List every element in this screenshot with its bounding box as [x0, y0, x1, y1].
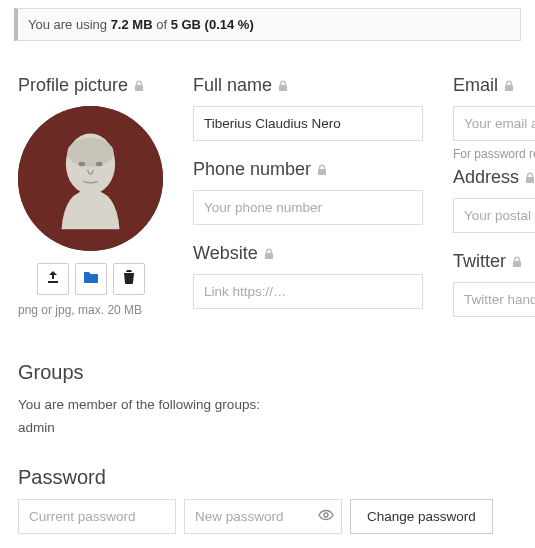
lock-icon[interactable] — [317, 164, 327, 176]
email-input[interactable] — [453, 106, 535, 141]
address-input[interactable] — [453, 198, 535, 233]
profile-picture-label: Profile picture — [18, 75, 163, 96]
full-name-input[interactable] — [193, 106, 423, 141]
avatar-hint: png or jpg, max. 20 MB — [18, 303, 163, 317]
current-password-input[interactable] — [18, 499, 176, 534]
full-name-label: Full name — [193, 75, 423, 96]
twitter-label: Twitter — [453, 251, 535, 272]
lock-icon[interactable] — [278, 80, 288, 92]
website-label: Website — [193, 243, 423, 264]
phone-label: Phone number — [193, 159, 423, 180]
email-label: Email — [453, 75, 535, 96]
groups-title: Groups — [18, 361, 517, 384]
phone-input[interactable] — [193, 190, 423, 225]
choose-avatar-button[interactable] — [75, 263, 107, 295]
trash-icon — [123, 270, 135, 288]
upload-icon — [46, 270, 60, 288]
email-help: For password reset and notifications — [453, 147, 535, 161]
lock-icon[interactable] — [525, 172, 535, 184]
delete-avatar-button[interactable] — [113, 263, 145, 295]
lock-icon[interactable] — [504, 80, 514, 92]
quota-usage-bar: You are using 7.2 MB of 5 GB (0.14 %) — [14, 8, 521, 41]
quota-of: of — [153, 17, 171, 32]
svg-point-4 — [96, 162, 103, 167]
groups-list: admin — [18, 417, 517, 440]
groups-intro: You are member of the following groups: — [18, 394, 517, 417]
folder-icon — [83, 270, 99, 288]
quota-total: 5 GB — [171, 17, 201, 32]
password-title: Password — [18, 466, 517, 489]
quota-used: 7.2 MB — [111, 17, 153, 32]
website-input[interactable] — [193, 274, 423, 309]
eye-icon[interactable] — [318, 507, 334, 525]
quota-pct: (0.14 %) — [201, 17, 254, 32]
change-password-button[interactable]: Change password — [350, 499, 493, 534]
quota-prefix: You are using — [28, 17, 111, 32]
twitter-input[interactable] — [453, 282, 535, 317]
svg-point-3 — [78, 162, 85, 167]
lock-icon[interactable] — [134, 80, 144, 92]
upload-avatar-button[interactable] — [37, 263, 69, 295]
lock-icon[interactable] — [264, 248, 274, 260]
lock-icon[interactable] — [512, 256, 522, 268]
address-label: Address — [453, 167, 535, 188]
avatar — [18, 106, 163, 251]
svg-point-2 — [67, 138, 113, 167]
svg-point-5 — [324, 513, 328, 517]
